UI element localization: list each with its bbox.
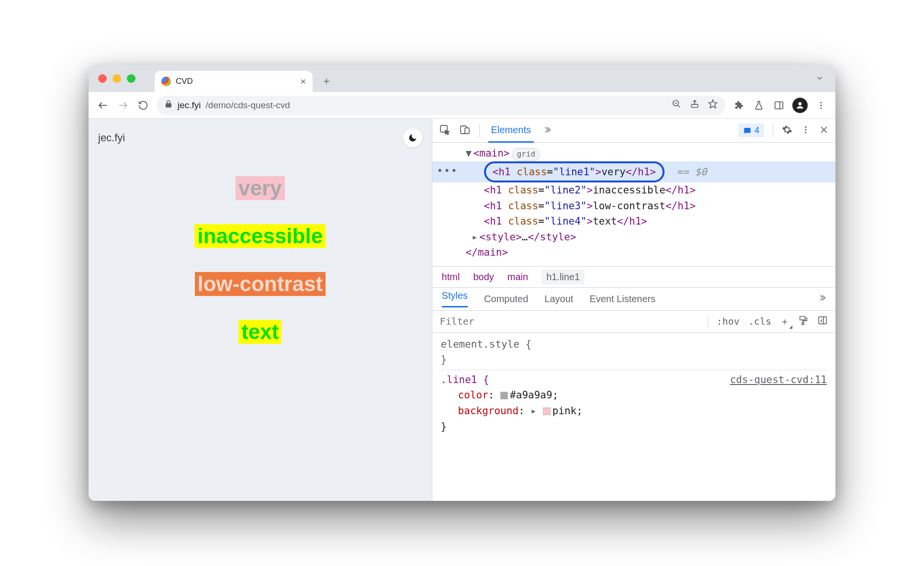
svg-point-18 [805, 129, 806, 130]
styles-tabs-more-icon[interactable] [817, 294, 826, 305]
styles-filter-input[interactable] [440, 316, 699, 327]
rule-selector: .line1 { [441, 372, 489, 388]
issues-icon [743, 126, 752, 135]
styles-filter-bar: :hov .cls ＋◢ [432, 311, 835, 333]
tab-layout[interactable]: Layout [544, 294, 573, 305]
content-area: jec.fyi very inaccessible low-contrast t… [89, 119, 835, 501]
svg-point-10 [820, 102, 822, 103]
dom-node-main[interactable]: ▼<main>grid [432, 146, 835, 161]
site-name: jec.fyi [98, 132, 125, 144]
close-tab-button[interactable]: × [300, 76, 306, 87]
tab-computed[interactable]: Computed [484, 294, 528, 305]
dom-node-h1-line1[interactable]: ••• <h1 class="line1">very</h1> == $0 [432, 161, 835, 183]
devtools-tabbar: Elements 4 [432, 119, 835, 143]
crumb-html[interactable]: html [442, 272, 460, 283]
demo-content: very inaccessible low-contrast text [98, 176, 422, 344]
browser-menu-button[interactable] [814, 99, 828, 112]
settings-icon[interactable] [782, 125, 792, 137]
more-actions-icon[interactable]: ••• [437, 163, 458, 179]
svg-rect-7 [775, 102, 783, 109]
address-bar[interactable]: jec.fyi/demo/cds-quest-cvd [157, 96, 725, 115]
devtools-menu-icon[interactable] [801, 125, 811, 136]
url-host: jec.fyi [178, 100, 201, 111]
svg-point-12 [820, 107, 822, 109]
crumb-h1-line1[interactable]: h1.line1 [541, 270, 585, 284]
tabs-overflow-button[interactable] [815, 74, 824, 85]
styles-rules[interactable]: element.style { } .line1 { cds-quest-cvd… [432, 333, 835, 501]
reload-button[interactable] [136, 99, 150, 112]
rendered-page: jec.fyi very inaccessible low-contrast t… [89, 119, 432, 501]
maximize-window-button[interactable] [127, 74, 135, 83]
issues-button[interactable]: 4 [738, 124, 764, 137]
dom-node-h1-line3[interactable]: <h1 class="line3">low-contrast</h1> [432, 198, 835, 214]
window-controls [98, 74, 135, 83]
devtools-panel: Elements 4 ▼<main>grid ••• <h1 class="li… [432, 119, 835, 501]
omnibox-actions [672, 99, 718, 111]
styles-panel-tabs: Styles Computed Layout Event Listeners [432, 288, 835, 311]
demo-line3: low-contrast [195, 272, 326, 296]
tab-elements[interactable]: Elements [488, 119, 534, 143]
sidepanel-icon[interactable] [772, 99, 786, 112]
svg-rect-15 [465, 128, 469, 134]
close-window-button[interactable] [98, 74, 107, 83]
svg-rect-24 [819, 317, 827, 324]
bookmark-icon[interactable] [708, 99, 718, 111]
crumb-body[interactable]: body [473, 272, 494, 283]
tab-styles[interactable]: Styles [442, 290, 468, 307]
share-icon[interactable] [690, 99, 699, 111]
dom-node-main-close[interactable]: </main> [432, 245, 835, 260]
svg-point-11 [820, 104, 822, 106]
lock-icon [164, 100, 173, 111]
element-style-rule[interactable]: element.style { } [441, 337, 827, 368]
tabs-more-icon[interactable] [542, 125, 551, 136]
zoom-icon[interactable] [672, 99, 681, 111]
inspect-icon[interactable] [439, 124, 451, 137]
issues-count: 4 [755, 125, 759, 136]
demo-line1: very [236, 176, 285, 200]
moon-icon [408, 133, 417, 143]
url-path: /demo/cds-quest-cvd [206, 100, 290, 111]
dom-node-style[interactable]: ▸<style>…</style> [432, 229, 835, 245]
paint-icon[interactable] [798, 315, 809, 328]
dom-node-h1-line2[interactable]: <h1 class="line2">inaccessible</h1> [432, 182, 835, 198]
dom-node-h1-line4[interactable]: <h1 class="line4">text</h1> [432, 214, 835, 229]
forward-button[interactable] [116, 99, 130, 112]
color-swatch[interactable] [500, 392, 508, 399]
crumb-main[interactable]: main [507, 272, 528, 283]
hov-toggle[interactable]: :hov [717, 316, 740, 327]
svg-rect-22 [800, 317, 805, 320]
background-swatch[interactable] [543, 408, 551, 415]
svg-rect-23 [802, 322, 804, 325]
svg-point-9 [799, 102, 802, 105]
dom-tree[interactable]: ▼<main>grid ••• <h1 class="line1">very</… [432, 143, 835, 267]
extensions-icon[interactable] [732, 99, 745, 112]
device-toggle-icon[interactable] [459, 124, 471, 137]
demo-line4: text [238, 320, 282, 344]
rule-source-link[interactable]: cds-quest-cvd:11 [730, 372, 827, 388]
new-style-rule-button[interactable]: ＋◢ [780, 315, 789, 328]
demo-line2: inaccessible [194, 224, 326, 248]
line1-rule[interactable]: .line1 { cds-quest-cvd:11 color: #a9a9a9… [441, 370, 827, 434]
svg-marker-6 [709, 100, 717, 108]
tab-event-listeners[interactable]: Event Listeners [589, 294, 655, 305]
svg-point-19 [805, 132, 806, 133]
minimize-window-button[interactable] [113, 74, 121, 83]
tab-strip: CVD × ＋ [89, 65, 835, 92]
browser-toolbar: jec.fyi/demo/cds-quest-cvd [89, 92, 835, 119]
back-button[interactable] [96, 99, 110, 112]
computed-toggle-icon[interactable] [817, 315, 828, 328]
cls-toggle[interactable]: .cls [748, 316, 771, 327]
svg-point-17 [805, 126, 806, 127]
svg-line-3 [678, 105, 680, 108]
new-tab-button[interactable]: ＋ [318, 73, 335, 89]
browser-window: CVD × ＋ jec.fyi/demo/cds-quest-cvd [89, 65, 835, 501]
profile-avatar[interactable] [792, 98, 808, 113]
grid-badge[interactable]: grid [512, 148, 540, 161]
close-devtools-button[interactable] [819, 125, 829, 136]
dom-breadcrumbs: html body main h1.line1 [432, 267, 835, 288]
favicon-icon [161, 77, 171, 86]
browser-tab[interactable]: CVD × [155, 71, 313, 92]
labs-icon[interactable] [752, 99, 766, 112]
theme-toggle-button[interactable] [403, 128, 422, 147]
tab-title: CVD [176, 77, 193, 86]
